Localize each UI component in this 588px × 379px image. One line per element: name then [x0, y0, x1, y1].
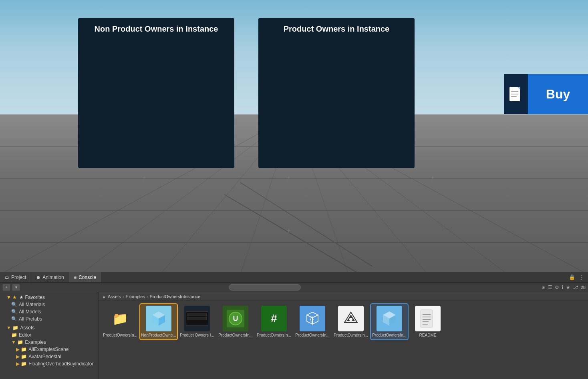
file-item-readme[interactable]: README: [409, 304, 446, 339]
file-item-selected-cube[interactable]: ProductOwnersIn...: [371, 304, 408, 339]
tab-project[interactable]: 🗂 Project: [0, 272, 31, 282]
grid-marker-center: +: [286, 227, 291, 236]
cube-svg: [150, 310, 167, 327]
grid-marker: +: [431, 174, 434, 182]
lock-icon: 🔒: [569, 274, 575, 280]
folder-scene-icon: ▶ 📁: [16, 347, 27, 352]
sidebar: ▼ ★ ★ Favorites 🔍 All Materials 🔍 All Mo…: [0, 292, 98, 379]
sidebar-assets[interactable]: ▼ 📁 Assets: [0, 324, 98, 331]
file-label-selected-cube: ProductOwnersIn...: [372, 333, 407, 338]
file-label-folder: ProductOwnersIn...: [103, 333, 137, 338]
menu-button[interactable]: ▾: [12, 284, 20, 291]
branch-icon[interactable]: ⎇: [573, 285, 578, 290]
tab-animation[interactable]: ⏺ Animation: [31, 272, 69, 282]
file-label-blue-box: ProductOwnersIn...: [295, 333, 330, 338]
content-area: ▼ ★ ★ Favorites 🔍 All Materials 🔍 All Mo…: [0, 292, 588, 379]
scene-viewport: + + + + Non Product Owners in Instance P…: [0, 0, 588, 272]
sidebar-examples[interactable]: ▼ 📁 Examples: [0, 339, 98, 346]
bottom-panel: 🗂 Project ⏺ Animation ≡ Console 🔒 ⋮ + ▾ …: [0, 272, 588, 379]
blue-box-thumb: {}: [300, 306, 325, 331]
tab-console-label: Console: [79, 275, 96, 280]
grid-view-icon[interactable]: ⊞: [542, 285, 546, 290]
toolbar-row: + ▾ ⊞ ☰ ⚙ ℹ ★ ⎇ 28: [0, 283, 588, 292]
folder-assets-icon: ▼ 📁: [6, 325, 18, 331]
info-icon[interactable]: ℹ: [562, 285, 564, 290]
blue-cube-thumb: [146, 306, 171, 331]
sidebar-floating-overhead[interactable]: ▶ 📁 FloatingOverheadBuyIndicator: [0, 360, 98, 367]
console-tab-icon: ≡: [74, 275, 77, 280]
buy-icon-area: [504, 74, 528, 114]
non-product-owners-panel: Non Product Owners in Instance: [78, 18, 234, 168]
sidebar-all-examples-scene[interactable]: ▶ 📁 AllExamplesScene: [0, 346, 98, 353]
file-label-udon: ProductOwnersIn...: [218, 333, 253, 338]
svg-text:U: U: [233, 315, 238, 323]
file-label-blue-cube: NonProductOwne...: [141, 333, 176, 338]
sidebar-avatar-pedestal[interactable]: ▶ 📁 AvatarPedestal: [0, 353, 98, 360]
tab-console[interactable]: ≡ Console: [69, 272, 101, 282]
file-item-hash[interactable]: # ProductOwnersIn...: [256, 304, 292, 339]
folder-floating-icon: ▶ 📁: [16, 361, 27, 367]
breadcrumb: ▲ Assets › Examples › ProductOwnersInIns…: [99, 292, 588, 301]
add-button[interactable]: +: [2, 284, 10, 291]
all-prefabs-label: All Prefabs: [19, 316, 42, 322]
branch-count: 28: [581, 285, 586, 290]
editor-label: Editor: [19, 332, 31, 338]
dark-panel-thumb: [184, 306, 210, 331]
search-pre-icon: 🔍: [11, 316, 17, 322]
sort-arrow-icon: ▲: [102, 294, 106, 299]
tab-animation-label: Animation: [42, 275, 64, 280]
list-view-icon[interactable]: ☰: [548, 285, 552, 290]
unity-thumb: [338, 306, 364, 331]
svg-text:{}: {}: [310, 316, 314, 322]
file-item-dark-panel[interactable]: Product Owners I...: [179, 304, 215, 339]
all-models-label: All Models: [19, 309, 41, 315]
project-tab-icon: 🗂: [5, 275, 9, 280]
unity-svg: [343, 311, 359, 327]
breadcrumb-sep-2: ›: [147, 294, 148, 299]
grid-marker: +: [142, 174, 146, 182]
doc-thumb: [415, 306, 441, 331]
animation-tab-icon: ⏺: [36, 275, 40, 280]
udon-thumb: U: [223, 306, 248, 331]
menu-dots-icon[interactable]: ⋮: [578, 274, 584, 281]
star-icon[interactable]: ★: [566, 285, 570, 290]
star-fav-icon: ▼ ★: [6, 295, 17, 300]
file-item-blue-box[interactable]: {} ProductOwnersIn...: [294, 304, 331, 339]
selected-cube-thumb: [377, 306, 402, 331]
favorites-label: ★ Favorites: [19, 295, 45, 300]
folder-thumb: 📁: [107, 306, 133, 331]
folder-editor-icon: 📁: [11, 332, 17, 338]
hash-thumb: #: [261, 306, 287, 331]
search-input[interactable]: [229, 284, 301, 291]
selected-cube-svg: [381, 310, 398, 327]
buy-button[interactable]: Buy: [528, 74, 588, 114]
all-examples-label: AllExamplesScene: [28, 347, 68, 352]
product-owners-panel: Product Owners in Instance: [258, 18, 415, 168]
file-item-blue-cube[interactable]: NonProductOwne...: [140, 304, 177, 339]
sidebar-favorites[interactable]: ▼ ★ ★ Favorites: [0, 294, 98, 301]
folder-avatar-icon: ▶ 📁: [16, 354, 27, 359]
udon-svg: U: [228, 311, 243, 326]
sidebar-all-models[interactable]: 🔍 All Models: [0, 308, 98, 315]
svg-line-13: [240, 182, 373, 267]
tab-project-label: Project: [11, 275, 26, 280]
svg-line-12: [224, 195, 360, 272]
settings-icon[interactable]: ⚙: [555, 285, 559, 290]
buy-panel: Buy: [504, 74, 588, 114]
file-label-unity: ProductOwnersIn...: [334, 333, 368, 338]
sidebar-all-prefabs[interactable]: 🔍 All Prefabs: [0, 315, 98, 323]
file-label-hash: ProductOwnersIn...: [257, 333, 291, 338]
breadcrumb-examples[interactable]: Examples: [126, 294, 145, 299]
grid-marker: +: [286, 174, 290, 182]
file-item-unity[interactable]: ProductOwnersIn...: [332, 304, 369, 339]
assets-label: Assets: [20, 325, 34, 331]
all-materials-label: All Materials: [19, 302, 45, 307]
svg-point-30: [349, 318, 352, 321]
examples-label: Examples: [25, 339, 46, 345]
search-mod-icon: 🔍: [11, 309, 17, 315]
sidebar-editor[interactable]: 📁 Editor: [0, 331, 98, 339]
file-item-folder[interactable]: 📁 ProductOwnersIn...: [102, 304, 139, 339]
breadcrumb-assets[interactable]: Assets: [108, 294, 121, 299]
sidebar-all-materials[interactable]: 🔍 All Materials: [0, 301, 98, 308]
file-item-udon[interactable]: U ProductOwnersIn...: [217, 304, 254, 339]
